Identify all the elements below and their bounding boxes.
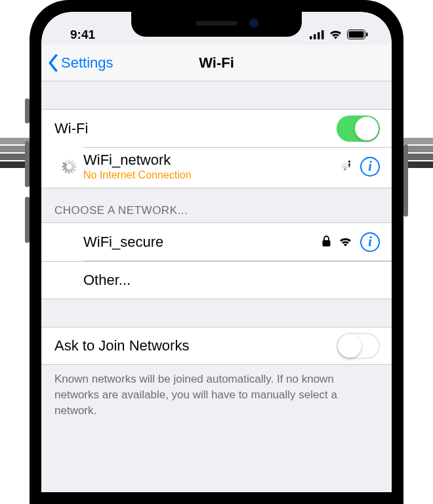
lock-icon xyxy=(322,234,331,251)
network-name: WiFi_secure xyxy=(54,234,322,251)
battery-icon xyxy=(347,30,368,42)
wifi-toggle-row: Wi-Fi xyxy=(41,109,392,147)
page-title: Wi-Fi xyxy=(199,54,234,72)
connected-network-name: WiFi_network xyxy=(83,152,338,169)
screen: 9:41 Settings xyxy=(41,12,392,492)
info-icon[interactable]: i xyxy=(360,232,380,252)
wifi-status-icon xyxy=(329,30,342,42)
wifi-signal-icon xyxy=(339,234,352,251)
phone-volume-down xyxy=(25,197,30,243)
svg-rect-6 xyxy=(366,33,368,37)
ask-to-join-row: Ask to Join Networks xyxy=(41,327,392,365)
svg-point-7 xyxy=(348,160,350,162)
svg-rect-0 xyxy=(310,36,312,39)
svg-rect-1 xyxy=(314,34,316,39)
network-row[interactable]: WiFi_secure i xyxy=(41,222,392,261)
chevron-left-icon xyxy=(48,54,58,72)
other-network-row[interactable]: Other... xyxy=(41,261,392,299)
wifi-signal-warning-icon xyxy=(338,159,352,174)
status-time: 9:41 xyxy=(61,28,95,42)
ask-to-join-label: Ask to Join Networks xyxy=(54,337,337,354)
svg-rect-8 xyxy=(349,163,350,167)
ask-to-join-toggle[interactable] xyxy=(337,333,380,359)
section-header-choose-network: CHOOSE A NETWORK... xyxy=(41,188,392,222)
back-button[interactable]: Settings xyxy=(48,54,113,72)
loading-spinner-icon xyxy=(61,159,77,175)
connected-network-status: No Internet Connection xyxy=(83,169,338,181)
other-network-label: Other... xyxy=(54,272,380,289)
svg-rect-3 xyxy=(321,30,324,39)
wifi-toggle-label: Wi-Fi xyxy=(54,120,337,137)
nav-bar: Settings Wi-Fi xyxy=(41,45,392,81)
phone-frame: 9:41 Settings xyxy=(30,0,403,504)
phone-volume-up xyxy=(25,141,30,187)
info-icon[interactable]: i xyxy=(360,157,380,177)
back-label: Settings xyxy=(61,54,113,72)
svg-rect-9 xyxy=(323,240,331,247)
phone-mute-switch xyxy=(25,98,30,123)
svg-rect-5 xyxy=(349,32,364,38)
svg-rect-2 xyxy=(318,32,320,39)
phone-notch xyxy=(131,12,302,37)
connected-network-row[interactable]: WiFi_network No Internet Connection i xyxy=(41,148,392,188)
phone-side-button xyxy=(403,144,408,217)
footer-description: Known networks will be joined automatica… xyxy=(41,365,392,431)
wifi-toggle[interactable] xyxy=(337,116,380,142)
cellular-signal-icon xyxy=(310,30,324,42)
